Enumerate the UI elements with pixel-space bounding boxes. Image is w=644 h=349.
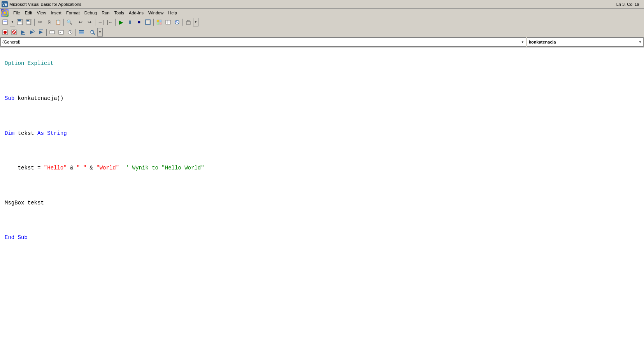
procedure-dropdown[interactable]: konkatenacja ▼ bbox=[527, 37, 644, 47]
app-icon: VB bbox=[2, 1, 8, 7]
menu-debug[interactable]: Debug bbox=[82, 10, 99, 16]
svg-point-3 bbox=[4, 12, 5, 14]
title-bar: VB Microsoft Visual Basic for Applicatio… bbox=[0, 0, 644, 9]
step-into-btn[interactable] bbox=[19, 28, 27, 37]
svg-marker-33 bbox=[30, 30, 34, 34]
code-line-8 bbox=[5, 181, 639, 190]
break-btn[interactable]: ⏸ bbox=[126, 18, 134, 26]
menu-bar: File Edit View Insert Format Debug Run T… bbox=[0, 9, 644, 17]
svg-marker-31 bbox=[21, 30, 25, 34]
svg-rect-14 bbox=[157, 20, 159, 22]
find-btn[interactable]: 🔍 bbox=[65, 18, 74, 26]
step-out-btn[interactable] bbox=[37, 28, 45, 37]
toolbar-end-dropdown[interactable]: ▼ bbox=[193, 18, 198, 26]
menu-view[interactable]: View bbox=[35, 10, 49, 16]
sep-5 bbox=[115, 19, 116, 26]
svg-rect-7 bbox=[18, 19, 21, 21]
new-project-btn[interactable] bbox=[1, 18, 9, 26]
code-line-9: MsgBox tekst bbox=[5, 199, 639, 207]
cursor-position: Ln 3, Col 19 bbox=[616, 2, 639, 7]
code-line-5: Dim tekst As String bbox=[5, 129, 639, 138]
sep-3 bbox=[75, 19, 75, 26]
reset-btn[interactable]: ■ bbox=[135, 18, 143, 26]
sep-10 bbox=[87, 29, 87, 36]
svg-rect-46 bbox=[79, 31, 84, 33]
project-explorer-btn[interactable] bbox=[155, 18, 163, 26]
undo-btn[interactable]: ↩ bbox=[76, 18, 85, 26]
svg-rect-36 bbox=[50, 31, 54, 34]
design-mode-btn[interactable] bbox=[144, 18, 152, 26]
svg-rect-5 bbox=[4, 21, 7, 22]
immediate-btn[interactable]: ? bbox=[57, 28, 65, 37]
code-line-1: Option Explicit bbox=[5, 59, 639, 68]
svg-text:?: ? bbox=[59, 31, 61, 35]
new-dropdown-btn[interactable]: ▼ bbox=[10, 18, 15, 26]
locals-btn[interactable] bbox=[48, 28, 56, 37]
code-editor[interactable]: Option Explicit Sub konkatenacja() Dim t… bbox=[0, 47, 644, 349]
code-line-3: Sub konkatenacja() bbox=[5, 94, 639, 103]
quick-watch-btn[interactable]: ? bbox=[88, 28, 97, 37]
indent-btn[interactable]: →| bbox=[97, 18, 105, 26]
code-line-7: tekst = "Hello" & " " & "World" ' Wynik … bbox=[5, 164, 639, 172]
svg-rect-17 bbox=[160, 23, 161, 24]
run-sub-btn[interactable]: ▶ bbox=[117, 18, 125, 26]
menu-file[interactable]: File bbox=[11, 10, 23, 16]
toolbar2-end-dropdown[interactable]: ▼ bbox=[97, 28, 103, 37]
svg-marker-34 bbox=[39, 30, 43, 34]
call-stack-btn[interactable] bbox=[77, 28, 86, 37]
menu-edit[interactable]: Edit bbox=[23, 10, 35, 16]
menu-run[interactable]: Run bbox=[99, 10, 112, 16]
svg-rect-25 bbox=[186, 21, 190, 24]
procedure-dropdown-value: konkatenacja bbox=[529, 40, 556, 44]
svg-rect-16 bbox=[157, 23, 159, 24]
object-dropdown-value: (General) bbox=[2, 40, 20, 44]
sep-7 bbox=[182, 19, 183, 26]
svg-rect-45 bbox=[79, 30, 84, 31]
watch-btn[interactable] bbox=[66, 28, 74, 37]
redo-btn[interactable]: ↪ bbox=[85, 18, 94, 26]
title-text: Microsoft Visual Basic for Applications bbox=[9, 2, 616, 7]
sep-6 bbox=[153, 19, 154, 26]
code-line-2 bbox=[5, 77, 639, 85]
toggle-bkpt-btn[interactable] bbox=[1, 28, 9, 37]
svg-line-49 bbox=[93, 33, 95, 35]
sep-9 bbox=[75, 29, 76, 36]
dropdowns-bar: (General) ▼ konkatenacja ▼ bbox=[0, 37, 644, 47]
app-logo bbox=[1, 9, 9, 17]
code-line-6 bbox=[5, 146, 639, 155]
cut-btn[interactable]: ✂ bbox=[36, 18, 44, 26]
save-all-btn[interactable] bbox=[25, 18, 33, 26]
sep-2 bbox=[63, 19, 64, 26]
svg-point-27 bbox=[4, 31, 7, 34]
code-line-10 bbox=[5, 216, 639, 224]
code-line-11: End Sub bbox=[5, 233, 639, 242]
object-dropdown[interactable]: (General) ▼ bbox=[0, 37, 526, 47]
menu-help[interactable]: Help bbox=[166, 10, 179, 16]
clear-bkpt-btn[interactable] bbox=[10, 28, 18, 37]
menu-tools[interactable]: Tools bbox=[112, 10, 126, 16]
toolbar-row-1: ▼ ✂ ⎘ 📋 🔍 ↩ ↪ →| |← ▶ ⏸ ■ ▼ bbox=[0, 17, 644, 27]
object-browser-btn[interactable] bbox=[173, 18, 181, 26]
outdent-btn[interactable]: |← bbox=[105, 18, 114, 26]
code-line-4 bbox=[5, 112, 639, 120]
sep-1 bbox=[34, 19, 35, 26]
properties-btn[interactable] bbox=[164, 18, 172, 26]
menu-insert[interactable]: Insert bbox=[48, 10, 64, 16]
copy-btn[interactable]: ⎘ bbox=[45, 18, 53, 26]
svg-rect-8 bbox=[18, 22, 22, 24]
menu-format[interactable]: Format bbox=[64, 10, 82, 16]
svg-text:VB: VB bbox=[2, 3, 7, 7]
sep-8 bbox=[46, 29, 47, 36]
procedure-dropdown-arrow: ▼ bbox=[639, 40, 642, 44]
svg-rect-15 bbox=[160, 20, 161, 22]
step-over-btn[interactable] bbox=[28, 28, 36, 37]
svg-rect-11 bbox=[26, 22, 30, 24]
menu-addins[interactable]: Add-Ins bbox=[126, 10, 146, 16]
toolbar-row-2: ? ? ▼ bbox=[0, 27, 644, 37]
paste-btn[interactable]: 📋 bbox=[54, 18, 62, 26]
svg-point-23 bbox=[175, 21, 177, 23]
save-btn[interactable] bbox=[16, 18, 24, 26]
menu-window[interactable]: Window bbox=[146, 10, 166, 16]
sep-4 bbox=[95, 19, 95, 26]
toolbox-btn[interactable] bbox=[184, 18, 193, 26]
